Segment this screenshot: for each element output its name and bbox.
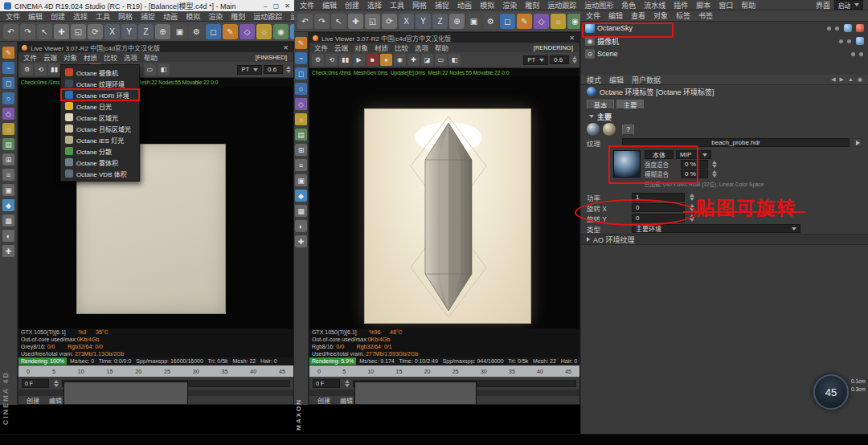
menu-item[interactable]: 比较 (100, 52, 121, 62)
lv2-viewport[interactable] (309, 76, 579, 329)
frame-number-input[interactable]: 0 F (22, 379, 49, 388)
bottom-tab[interactable]: 创建 (313, 396, 335, 405)
attribute-header-icons[interactable]: ◀▶▲◉ (831, 76, 866, 83)
menu-item[interactable]: 动画 (453, 0, 476, 10)
z-axis-lock-icon[interactable]: Z (138, 24, 154, 39)
menu-item-octane-hdri-environment[interactable]: Octane HDRI 环境 (61, 89, 139, 100)
exposure-input[interactable]: 0.6 (550, 55, 569, 64)
camera-sync-icon[interactable]: ◉ (394, 54, 406, 66)
menu-item[interactable]: 比较 (391, 43, 411, 52)
render-settings-icon[interactable]: ⚙ (483, 14, 498, 29)
menu-item[interactable]: 网格 (408, 0, 431, 10)
menu-item[interactable]: 模拟 (182, 11, 204, 22)
window-control-icon[interactable]: – (264, 2, 267, 10)
pin-icon[interactable]: ▲ (848, 76, 854, 83)
scrollbar-thumb[interactable] (63, 382, 188, 406)
lock-resolution-icon[interactable]: ● (380, 54, 392, 66)
menu-item-octane-target-arealight[interactable]: Octane 目标区域光 (61, 123, 139, 134)
window1-side-toolbar[interactable]: ✎~◻○◇☼▤⊞≡▣◆▦◐✚ (0, 42, 18, 405)
frame-stepper[interactable] (345, 380, 350, 387)
octane-settings-icon[interactable]: ⚙ (21, 63, 33, 76)
lv1-timeline-ruler[interactable]: 051015202530354045 (18, 365, 293, 377)
object-manager-menubar[interactable]: 文件编辑查看对象标签书签 (580, 10, 868, 22)
texture-file-field[interactable]: beach_probe.hdr (622, 138, 850, 147)
menu-item[interactable]: 云端 (40, 52, 60, 62)
pause-render-icon[interactable]: ▮▮ (48, 63, 60, 76)
blur-blend-stepper[interactable] (712, 170, 717, 178)
window2-side-toolbar[interactable]: ✎~◻○◇☼▤⊞≡▣◆▦◐✚ (294, 32, 309, 405)
restart-render-icon[interactable]: ⟲ (35, 63, 47, 76)
shading-icon[interactable]: ◐ (295, 220, 307, 232)
help-button[interactable]: ? (622, 125, 634, 135)
light-tool-icon[interactable]: ☼ (295, 113, 307, 125)
history-back-icon[interactable]: ◀ (831, 76, 835, 83)
menu-item[interactable]: 工具 (92, 11, 114, 22)
move-tool-icon[interactable]: ✚ (348, 14, 363, 29)
object-row-camera[interactable]: ◉ 摄像机 (581, 35, 868, 47)
octane-tag-icon[interactable] (856, 24, 864, 32)
add-light-icon[interactable]: ☼ (551, 14, 566, 29)
array-tool-icon[interactable]: ⊞ (295, 144, 307, 156)
material-icon[interactable]: ◆ (2, 199, 14, 211)
timeline-scrollbar[interactable] (353, 380, 576, 387)
menu-item[interactable]: 帮助 (737, 0, 760, 10)
add-subdivision-icon[interactable]: ◇ (534, 14, 549, 29)
menu-item[interactable]: 文件 (582, 10, 604, 21)
add-light-icon[interactable]: ☼ (256, 24, 272, 39)
visibility-dot[interactable] (835, 27, 839, 31)
menu-item[interactable]: 运动跟踪 (543, 0, 580, 10)
material-icon[interactable]: ◆ (295, 190, 307, 202)
window1-menubar[interactable]: 文件编辑创建选择工具网格捕捉动画模拟渲染雕刻运动跟踪运动图形角色流水线插件脚本窗… (0, 11, 294, 22)
visibility-dot[interactable] (859, 52, 863, 56)
menu-item[interactable]: 选项 (121, 52, 141, 62)
visibility-dot[interactable] (839, 39, 843, 43)
x-axis-lock-icon[interactable]: X (104, 24, 120, 39)
menu-item[interactable]: 云端 (331, 43, 351, 52)
menu-item-octane-arealight[interactable]: Octane 区域光 (61, 112, 139, 123)
visibility-dot[interactable] (827, 27, 831, 31)
object-row-octanesky[interactable]: OctaneSky (581, 22, 868, 35)
kernel-select[interactable]: PT (523, 55, 548, 65)
visibility-dot[interactable] (847, 39, 851, 43)
circle-tool-icon[interactable]: ○ (295, 83, 307, 95)
type-select[interactable]: 主要环境 (632, 224, 800, 233)
render-view-icon[interactable]: ▣ (172, 24, 187, 39)
lv1-titlebar[interactable]: Live Viewer 3.07-R2 中国|c4d官方中文汉化版 ✕ (18, 43, 293, 52)
play-render-icon[interactable]: ▶ (353, 54, 365, 66)
light-tool-icon[interactable]: ☼ (2, 123, 14, 135)
rotation-x-input[interactable]: 0 (632, 203, 685, 212)
timeline-scrollbar[interactable] (62, 380, 290, 387)
menu-item[interactable]: 文件 (2, 11, 24, 22)
menu-item[interactable]: 文件 (311, 43, 331, 52)
coordinate-system-icon[interactable]: ⊕ (449, 14, 465, 29)
menu-item[interactable]: 选项 (411, 43, 432, 52)
menu-item[interactable]: 渲染 (204, 11, 227, 22)
undo-icon[interactable]: ↶ (3, 24, 18, 39)
rotation-y-stepper[interactable] (690, 214, 694, 222)
cube-tool-icon[interactable]: ◻ (295, 67, 307, 80)
floor-tool-icon[interactable]: ▤ (2, 138, 14, 150)
kernel-select[interactable]: PT (237, 65, 262, 75)
lv2-titlebar[interactable]: Live Viewer 3.07-R2 中国|c4d官方中文汉化版 ✕ (309, 33, 579, 43)
menu-item[interactable]: 捕捉 (137, 11, 159, 22)
add-subdivision-icon[interactable]: ◇ (240, 24, 255, 39)
blur-blend-input[interactable]: 0 % (681, 169, 708, 178)
texture-thumbnail[interactable] (613, 150, 641, 178)
menu-item[interactable]: 模式 (583, 75, 605, 85)
move-tool-icon[interactable]: ✚ (54, 24, 69, 39)
clay-mode-icon[interactable]: ◧ (158, 63, 170, 76)
section-header-main[interactable]: 主要 (581, 111, 868, 122)
subdiv-tool-icon[interactable]: ◇ (2, 108, 14, 120)
window1-controls[interactable]: –▢✕ (264, 2, 290, 10)
attribute-tab[interactable]: 基本 (587, 100, 614, 109)
z-axis-lock-icon[interactable]: Z (432, 14, 448, 29)
pause-render-icon[interactable]: ▮▮ (339, 54, 351, 66)
window1-toolbar[interactable]: ↶↷↖✚◱⟳XYZ⊕▣⚙◻✎◇☼◉◍ (0, 22, 294, 42)
select-tool-icon[interactable]: ↖ (37, 24, 52, 39)
attribute-tabs[interactable]: 基本主要 (581, 98, 868, 111)
menu-item[interactable]: 对象 (351, 43, 371, 52)
menu-item[interactable]: 材质 (80, 52, 100, 62)
undo-icon[interactable]: ↶ (297, 14, 313, 29)
menu-item-octane-ies-light[interactable]: Octane IES 灯光 (61, 134, 139, 145)
menu-item[interactable]: 创建 (341, 0, 363, 10)
